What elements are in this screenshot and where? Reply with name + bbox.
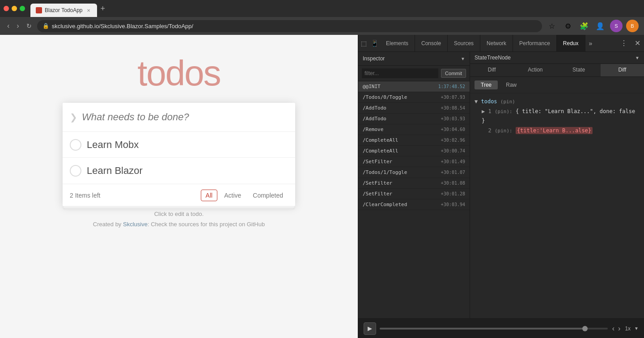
avatar-icon[interactable]: S xyxy=(610,20,623,32)
list-item: Learn Mobx xyxy=(63,132,295,158)
devtools-tab-elements[interactable]: Elements xyxy=(380,35,415,51)
devtools-tab-bar: ⬚ 📱 Elements Console Sources Network Per… xyxy=(358,35,644,52)
devtools-tab-sources[interactable]: Sources xyxy=(448,35,480,51)
avatar-icon2[interactable]: B xyxy=(626,20,639,32)
state-sub-tab-state[interactable]: State xyxy=(557,64,601,76)
tree-node-item2: 2 (pin): {title:'Learn B...alse} xyxy=(482,126,640,136)
timeline-thumb[interactable] xyxy=(582,326,588,331)
state-arrow-icon[interactable]: ▼ xyxy=(635,55,640,60)
tree-view-tab-tree[interactable]: Tree xyxy=(475,80,498,89)
maximize-button[interactable] xyxy=(20,6,25,11)
devtools-tab-redux[interactable]: Redux xyxy=(557,35,585,51)
state-sub-tab-diff-left[interactable]: Diff xyxy=(470,64,513,76)
address-bar[interactable]: 🔒 xyxy=(37,20,542,32)
toolbar: ‹ › ↻ 🔒 ☆ ⚙ 🧩 👤 S B xyxy=(0,17,644,35)
devtools-body: Inspector ▼ Commit @@INIT 1:37:48.52 /To… xyxy=(358,52,644,318)
action-item[interactable]: /CompleteAll +30:02.96 xyxy=(358,135,470,146)
devtools-menu-button[interactable]: ⋮ xyxy=(617,39,631,47)
tree-content: ▼ todos (pin) ▶ 1 (pin): { title: "Learn… xyxy=(470,93,644,318)
devtools-tab-performance[interactable]: Performance xyxy=(513,35,557,51)
todo-hint: Click to edit a todo. xyxy=(154,211,204,217)
timeline-prev-button[interactable]: ‹ xyxy=(611,324,615,334)
action-name: /ClearCompleted xyxy=(363,202,407,207)
inspector-title: Inspector xyxy=(363,55,459,62)
credit-link[interactable]: Skclusive xyxy=(123,221,148,228)
tab-close-button[interactable]: ✕ xyxy=(85,7,92,13)
toggle-all-button[interactable]: ❯ xyxy=(70,112,77,123)
toolbar-icons: ☆ ⚙ 🧩 👤 S B xyxy=(546,20,639,32)
state-sub-tab-action[interactable]: Action xyxy=(513,64,557,76)
filter-all-button[interactable]: All xyxy=(201,190,218,201)
action-item[interactable]: /SetFilter +30:01.49 xyxy=(358,156,470,167)
filter-input-area: Commit xyxy=(358,66,470,81)
minimize-button[interactable] xyxy=(12,6,17,11)
action-item[interactable]: /CompleteAll +30:00.74 xyxy=(358,146,470,156)
play-button[interactable]: ▶ xyxy=(364,322,376,335)
tree-index-2: 2 xyxy=(482,127,495,134)
new-tab-button[interactable]: + xyxy=(101,4,106,13)
filter-completed-button[interactable]: Completed xyxy=(248,190,288,201)
tree-node-todos: ▼ todos (pin) xyxy=(475,97,640,107)
action-item[interactable]: /AddTodo +30:03.93 xyxy=(358,114,470,124)
tree-expand-item1-icon[interactable]: ▶ xyxy=(482,108,485,114)
timeline-fill xyxy=(380,328,585,330)
devtools-more-button[interactable]: » xyxy=(585,40,596,47)
tree-view-tab-raw[interactable]: Raw xyxy=(500,80,523,89)
action-item[interactable]: /Remove +30:04.60 xyxy=(358,124,470,135)
todo-footer: 2 Items left All Active Completed xyxy=(63,184,295,206)
todo-title: todos xyxy=(137,53,220,94)
action-name: /CompleteAll xyxy=(363,148,398,154)
action-item[interactable]: /Todos/0/Toggle +30:07.93 xyxy=(358,92,470,103)
settings-icon[interactable]: ⚙ xyxy=(562,20,574,32)
browser-chrome: Blazor TodoApp ✕ + ‹ › ↻ 🔒 ☆ ⚙ 🧩 👤 S B xyxy=(0,0,644,35)
action-item[interactable]: /Todos/1/Toggle +30:01.07 xyxy=(358,167,470,178)
content-area: todos ❯ Learn Mobx Learn Blazor 2 Items … xyxy=(0,35,644,338)
todo-text-2: Learn Blazor xyxy=(87,165,143,177)
new-todo-input[interactable] xyxy=(82,111,288,123)
devtools-device-icon[interactable]: 📱 xyxy=(369,38,380,49)
url-input[interactable] xyxy=(52,23,537,30)
action-item[interactable]: /SetFilter +30:01.08 xyxy=(358,178,470,189)
filter-buttons: All Active Completed xyxy=(201,190,288,201)
devtools-tab-network[interactable]: Network xyxy=(480,35,513,51)
todo-checkbox-1[interactable] xyxy=(70,139,81,151)
tree-expand-todos-icon[interactable]: ▼ xyxy=(475,98,478,105)
extension-icon[interactable]: 🧩 xyxy=(578,20,590,32)
todo-checkbox-2[interactable] xyxy=(70,165,81,177)
tree-key-todos: todos xyxy=(481,98,500,105)
bookmark-icon[interactable]: ☆ xyxy=(546,20,558,32)
tree-value-2-highlighted: {title:'Learn B...alse} xyxy=(516,127,593,134)
commit-button[interactable]: Commit xyxy=(441,69,466,78)
reload-button[interactable]: ↻ xyxy=(25,21,34,31)
active-tab[interactable]: Blazor TodoApp ✕ xyxy=(30,4,97,17)
inspector-arrow-icon[interactable]: ▼ xyxy=(461,56,465,61)
todo-container: ❯ Learn Mobx Learn Blazor 2 Items left A… xyxy=(63,103,295,206)
timeline-track[interactable] xyxy=(380,328,608,330)
devtools-tab-console[interactable]: Console xyxy=(415,35,448,51)
tree-pin-todos: (pin) xyxy=(500,99,515,105)
devtools-close-button[interactable]: ✕ xyxy=(631,39,644,47)
action-item[interactable]: /AddTodo +30:08.54 xyxy=(358,103,470,114)
state-sub-tab-diff-right[interactable]: Diff xyxy=(601,64,644,76)
action-item[interactable]: /SetFilter +30:01.28 xyxy=(358,189,470,199)
forward-button[interactable]: › xyxy=(15,20,21,32)
filter-active-button[interactable]: Active xyxy=(219,190,246,201)
action-item[interactable]: @@INIT 1:37:48.52 xyxy=(358,81,470,92)
filter-input[interactable] xyxy=(362,68,438,78)
action-name: /Remove xyxy=(363,127,383,132)
todo-credit: Created by Skclusive: Check the sources … xyxy=(93,221,265,228)
devtools-panel: ⬚ 📱 Elements Console Sources Network Per… xyxy=(358,35,644,338)
todo-list: Learn Mobx Learn Blazor xyxy=(63,132,295,184)
action-item[interactable]: /ClearCompleted +30:03.94 xyxy=(358,199,470,210)
profile-icon[interactable]: 👤 xyxy=(594,20,606,32)
close-button[interactable] xyxy=(4,6,9,11)
devtools-inspect-icon[interactable]: ⬚ xyxy=(358,38,369,49)
back-button[interactable]: ‹ xyxy=(5,20,11,32)
tree-index-1: 1 xyxy=(488,108,494,114)
speed-arrow-icon[interactable]: ▼ xyxy=(634,326,639,331)
state-panel: StateTreeNode ▼ Diff Action State Diff T… xyxy=(470,52,644,318)
action-name: /SetFilter xyxy=(363,191,392,197)
speed-label: 1x xyxy=(625,325,631,332)
state-sub-tabs: Diff Action State Diff xyxy=(470,64,644,77)
timeline-next-button[interactable]: › xyxy=(617,324,621,334)
